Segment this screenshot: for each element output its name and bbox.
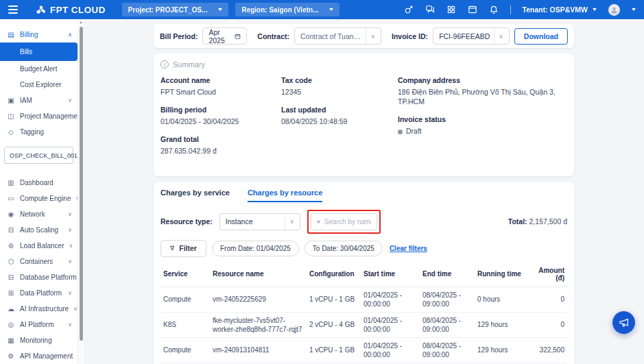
project-management-icon: ◫ bbox=[7, 112, 15, 120]
divider bbox=[510, 5, 511, 14]
status-dot bbox=[398, 130, 403, 134]
auto-scaling-icon: ⊟ bbox=[7, 226, 15, 234]
sidebar-item-dashboard[interactable]: ▥Dashboard bbox=[0, 175, 77, 191]
console-window-icon[interactable] bbox=[468, 5, 477, 14]
column-header-service: Service bbox=[160, 262, 210, 287]
sidebar-item-budget-alert[interactable]: Budget Alert bbox=[0, 61, 77, 77]
sidebar-item-cost-explorer[interactable]: Cost Explorer bbox=[0, 77, 77, 93]
quick-launch-icon[interactable] bbox=[404, 5, 414, 14]
chevron-up-icon: ∧ bbox=[68, 32, 72, 38]
scrollbar-thumb[interactable] bbox=[80, 27, 83, 341]
tag-icon: ◇ bbox=[7, 128, 15, 136]
tenant-selector[interactable]: Tenant: OSP&VMW bbox=[523, 5, 597, 14]
cell-amount: 0 bbox=[532, 287, 567, 312]
user-avatar[interactable] bbox=[608, 4, 620, 16]
cell-end-time: 08/04/2025 - 09:00:00 bbox=[420, 287, 475, 312]
messages-icon[interactable] bbox=[425, 5, 435, 14]
sidebar-menu: ▤Billing∧BillsBudget AlertCost Explorer▣… bbox=[0, 27, 77, 364]
table-row[interactable]: K8Sfke-mycluster-7vs5vt07-worker-zhe8q8h… bbox=[160, 312, 567, 337]
api-management-icon: ⚙ bbox=[7, 352, 15, 360]
sidebar-item-tagging[interactable]: ◇Tagging bbox=[0, 124, 77, 140]
announcements-fab-button[interactable] bbox=[612, 311, 635, 334]
invoice-id-select[interactable]: FCI-96FEEABD ∨ bbox=[433, 27, 510, 45]
sidebar-project-select[interactable]: OSP_CHECK_BILL_001▾ bbox=[4, 147, 73, 164]
database-platform-icon: ⊟ bbox=[7, 274, 15, 281]
table-header-row: ServiceResource nameConfigurationStart t… bbox=[160, 262, 567, 287]
megaphone-icon bbox=[619, 317, 630, 328]
resource-type-select[interactable]: Instance ∨ bbox=[219, 213, 300, 230]
sidebar-item-label: API Management bbox=[20, 352, 73, 360]
cell-end-time: 08/04/2025 - 09:00:00 bbox=[420, 312, 475, 337]
chevron-down-icon bbox=[593, 8, 597, 11]
project-selector[interactable]: Project: PROJECT_OS... bbox=[122, 3, 229, 16]
table-row[interactable]: Computevm-2409131048111 vCPU - 1 GB01/04… bbox=[160, 337, 567, 363]
sidebar-item-label: Data Platform bbox=[20, 289, 62, 297]
chevron-down-icon: ∨ bbox=[68, 258, 72, 265]
sidebar-item-label: AI Infrastructure bbox=[20, 305, 69, 313]
hamburger-menu-icon[interactable] bbox=[8, 5, 18, 14]
sidebar-item-load-balancer[interactable]: ⊛Load Balancer∨ bbox=[0, 238, 77, 254]
download-button[interactable]: Download bbox=[514, 28, 568, 45]
chevron-down-icon: ∨ bbox=[370, 33, 375, 40]
sidebar-item-network[interactable]: ◉Network∨ bbox=[0, 206, 77, 222]
sidebar-item-auto-scaling[interactable]: ⊟Auto Scaling∨ bbox=[0, 222, 77, 238]
sidebar-item-label: Auto Scaling bbox=[20, 226, 58, 234]
clear-filters-link[interactable]: Clear filters bbox=[390, 245, 427, 252]
cell-service: K8S bbox=[160, 312, 210, 337]
search-box[interactable] bbox=[311, 213, 377, 230]
cell-resource-name: fke-mycluster-7vs5vt07-worker-zhe8q8hd-7… bbox=[210, 312, 307, 337]
apps-grid-icon[interactable] bbox=[446, 5, 456, 14]
cell-resource-name: vm-240913104811 bbox=[210, 337, 307, 363]
notifications-bell-icon[interactable] bbox=[489, 5, 499, 14]
sidebar-item-compute-engine[interactable]: ▭Compute Engine∨ bbox=[0, 191, 77, 206]
contract-label: Contract: bbox=[257, 32, 289, 40]
avatar-chevron-down-icon[interactable] bbox=[632, 8, 636, 11]
info-icon: i bbox=[160, 60, 169, 69]
charges-card: Charges by service Charges by resource R… bbox=[154, 182, 574, 364]
invoice-id-label: Invoice ID: bbox=[392, 32, 428, 40]
sidebar-scrollbar[interactable]: ▲ bbox=[77, 19, 84, 364]
tab-charges-by-resource[interactable]: Charges by resource bbox=[248, 189, 322, 202]
sidebar-item-monitoring[interactable]: ▦Monitoring bbox=[0, 332, 77, 348]
billing-icon: ▤ bbox=[7, 31, 15, 38]
sidebar-item-label: Containers bbox=[20, 258, 53, 265]
sidebar-item-database-platform[interactable]: ⊟Database Platform∨ bbox=[0, 269, 77, 285]
sidebar-item-data-platform[interactable]: ⊞Data Platform∨ bbox=[0, 285, 77, 301]
sidebar-item-ai-platform[interactable]: ◎AI Platform∨ bbox=[0, 317, 77, 332]
tab-charges-by-service[interactable]: Charges by service bbox=[160, 189, 230, 202]
cell-service: Compute bbox=[160, 337, 210, 363]
filter-button[interactable]: ∇ Filter bbox=[160, 240, 206, 257]
scroll-up-arrow-icon[interactable]: ▲ bbox=[80, 20, 83, 24]
sidebar-item-api-management[interactable]: ⚙API Management∨ bbox=[0, 348, 77, 364]
invoice-status-field: Invoice status Draft bbox=[398, 115, 567, 136]
sidebar-item-iam[interactable]: ▣IAM∨ bbox=[0, 93, 77, 108]
chevron-down-icon: ∨ bbox=[68, 321, 72, 328]
chevron-down-icon bbox=[329, 8, 333, 11]
sidebar-item-label: Billing bbox=[20, 31, 38, 38]
cell-configuration: 2 vCPU - 4 GB bbox=[307, 312, 361, 337]
sidebar-item-containers[interactable]: ⬡Containers∨ bbox=[0, 254, 77, 269]
sidebar-item-billing[interactable]: ▤Billing∧ bbox=[0, 27, 77, 43]
last-updated-field: Last updated 08/04/2025 10:48:59 bbox=[281, 106, 398, 126]
sidebar-item-label: Monitoring bbox=[20, 337, 52, 344]
logo-text: FPT CLOUD bbox=[50, 5, 106, 15]
charges-tabs: Charges by service Charges by resource bbox=[160, 189, 567, 202]
summary-card: i Summary Account name FPT Smart Cloud B… bbox=[154, 53, 574, 176]
region-selector[interactable]: Region: Saigon (Vietn... bbox=[235, 3, 339, 16]
fpt-cloud-logo: FPT CLOUD bbox=[36, 4, 106, 15]
top-navbar: FPT CLOUD Project: PROJECT_OS... Region:… bbox=[0, 0, 644, 19]
cell-start-time: 01/04/2025 - 00:00:00 bbox=[361, 312, 420, 337]
sidebar-item-ai-infrastructure[interactable]: ☁AI Infrastructure∨ bbox=[0, 301, 77, 317]
main-content: Bill Period: Apr 2025 Contract: Contract… bbox=[84, 19, 644, 364]
column-header-running-time: Running time bbox=[475, 262, 532, 287]
bill-period-input[interactable]: Apr 2025 bbox=[202, 27, 247, 45]
billing-period-field: Billing period 01/04/2025 - 30/04/2025 bbox=[160, 106, 281, 126]
sidebar-item-bills[interactable]: Bills bbox=[0, 43, 77, 61]
from-date-chip[interactable]: From Date: 01/04/2025 bbox=[212, 241, 299, 256]
search-input[interactable] bbox=[324, 218, 371, 226]
to-date-chip[interactable]: To Date: 30/04/2025 bbox=[305, 241, 383, 256]
table-row[interactable]: Computevm-240522256291 vCPU - 1 GB01/04/… bbox=[160, 287, 567, 312]
contract-select[interactable]: Contract of Tuannn52... ∨ bbox=[294, 27, 381, 45]
sidebar-item-project-management[interactable]: ◫Project Management bbox=[0, 108, 77, 124]
chevron-down-icon: ∨ bbox=[68, 211, 72, 217]
